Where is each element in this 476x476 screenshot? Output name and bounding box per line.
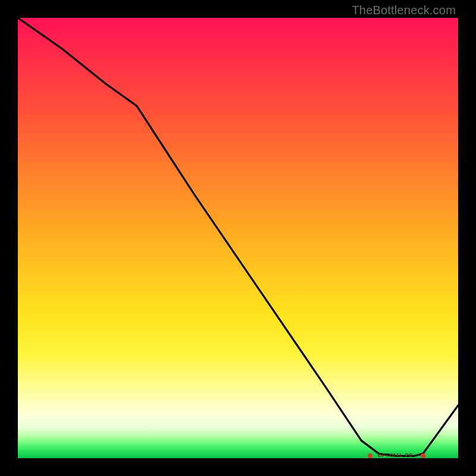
optimal-label: OPTIMAL PC — [377, 452, 412, 458]
watermark-text: TheBottleneck.com — [352, 4, 456, 17]
chart-svg — [18, 18, 458, 458]
chart-frame: OPTIMAL PC — [18, 18, 458, 458]
bottleneck-curve — [18, 18, 458, 456]
